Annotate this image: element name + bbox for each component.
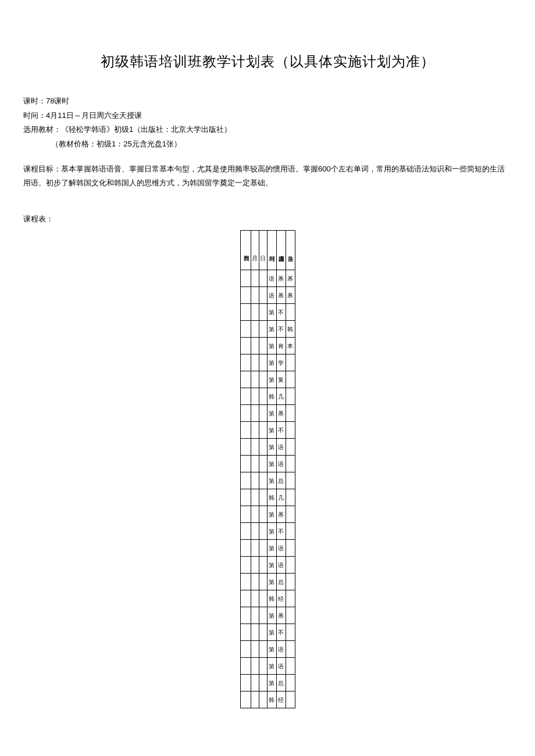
table-cell	[251, 557, 259, 574]
table-cell	[259, 574, 267, 590]
table-body: 语基基语基基第不第不韩第肯本第学第复韩几第基第不第语第语第总韩几第基第不第语第语…	[240, 270, 295, 708]
table-cell: 第	[267, 557, 276, 574]
table-cell: 第	[267, 658, 276, 675]
table-cell	[259, 270, 267, 287]
table-cell	[240, 422, 251, 439]
table-cell	[240, 472, 251, 489]
table-row: 韩几	[240, 388, 295, 405]
table-cell	[240, 354, 251, 371]
table-cell: 复	[276, 371, 286, 388]
table-cell	[286, 439, 295, 456]
table-row: 韩经	[240, 590, 295, 607]
table-cell	[286, 540, 295, 557]
table-cell	[259, 472, 267, 489]
table-cell: 第	[267, 371, 276, 388]
table-cell	[259, 624, 267, 641]
table-cell	[251, 405, 259, 422]
table-row: 第肯本	[240, 338, 295, 354]
table-cell	[259, 675, 267, 691]
table-cell	[240, 540, 251, 557]
table-cell	[259, 371, 267, 388]
table-cell	[251, 675, 259, 691]
table-cell	[251, 523, 259, 540]
table-cell: 基	[286, 287, 295, 304]
table-cell	[286, 523, 295, 540]
table-cell	[286, 388, 295, 405]
table-cell	[259, 405, 267, 422]
table-cell	[240, 456, 251, 472]
table-cell: 第	[267, 641, 276, 658]
table-cell	[240, 489, 251, 506]
table-cell	[251, 338, 259, 354]
table-cell: 经	[276, 691, 286, 708]
table-cell: 第	[267, 338, 276, 354]
table-row: 第语	[240, 641, 295, 658]
table-cell	[286, 489, 295, 506]
table-cell	[259, 321, 267, 338]
table-cell: 语	[276, 540, 286, 557]
table-cell: 不	[276, 422, 286, 439]
table-cell	[259, 489, 267, 506]
schedule-table: 周数 月 日 时间 上课内容 备注 语基基语基基第不第不韩第肯本第学第复韩几第基…	[240, 230, 295, 708]
th-time: 时间	[267, 231, 276, 270]
th-week: 周数	[240, 231, 251, 270]
table-cell	[259, 388, 267, 405]
schedule-wrap: 周数 月 日 时间 上课内容 备注 语基基语基基第不第不韩第肯本第学第复韩几第基…	[23, 230, 512, 708]
table-cell	[259, 557, 267, 574]
table-cell	[286, 472, 295, 489]
table-row: 第不	[240, 523, 295, 540]
table-cell: 基	[276, 270, 286, 287]
table-cell	[240, 641, 251, 658]
table-cell: 第	[267, 506, 276, 523]
table-row: 韩经	[240, 691, 295, 708]
table-cell: 第	[267, 624, 276, 641]
table-cell: 语	[267, 287, 276, 304]
info-textbook: 选用教材：《轻松学韩语》初级1（出版社：北京大学出版社）	[23, 123, 512, 137]
table-cell: 韩	[267, 388, 276, 405]
table-cell	[251, 456, 259, 472]
table-row: 第不韩	[240, 321, 295, 338]
table-cell	[286, 675, 295, 691]
table-cell: 第	[267, 304, 276, 321]
table-cell: 本	[286, 338, 295, 354]
table-cell: 基	[276, 287, 286, 304]
table-cell	[251, 321, 259, 338]
table-row: 第基	[240, 607, 295, 624]
table-cell	[251, 691, 259, 708]
table-cell: 几	[276, 489, 286, 506]
table-cell: 韩	[286, 321, 295, 338]
table-cell	[259, 287, 267, 304]
table-cell	[251, 270, 259, 287]
table-cell	[251, 287, 259, 304]
page-title: 初级韩语培训班教学计划表（以具体实施计划为准）	[23, 52, 512, 71]
table-row: 韩几	[240, 489, 295, 506]
table-cell: 不	[276, 321, 286, 338]
table-cell	[240, 371, 251, 388]
table-cell: 第	[267, 472, 276, 489]
table-cell: 基	[276, 607, 286, 624]
table-cell	[259, 658, 267, 675]
table-cell	[240, 304, 251, 321]
table-cell	[240, 691, 251, 708]
table-cell: 学	[276, 354, 286, 371]
table-cell: 基	[276, 506, 286, 523]
table-cell: 不	[276, 624, 286, 641]
table-row: 第不	[240, 304, 295, 321]
table-cell: 第	[267, 675, 276, 691]
table-cell	[286, 506, 295, 523]
table-cell	[240, 439, 251, 456]
table-row: 语基基	[240, 270, 295, 287]
table-cell	[286, 557, 295, 574]
table-cell: 语	[276, 456, 286, 472]
table-cell	[259, 523, 267, 540]
table-cell	[251, 472, 259, 489]
table-row: 语基基	[240, 287, 295, 304]
table-cell	[251, 422, 259, 439]
info-hours: 课时：78课时	[23, 94, 512, 109]
table-cell	[251, 354, 259, 371]
table-cell	[286, 304, 295, 321]
table-cell	[259, 456, 267, 472]
table-cell: 语	[276, 439, 286, 456]
table-cell	[251, 658, 259, 675]
table-cell: 语	[267, 270, 276, 287]
